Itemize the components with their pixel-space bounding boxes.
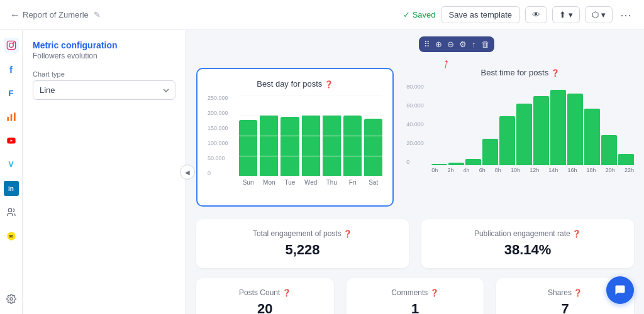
chart-type-label: Chart type xyxy=(33,70,175,78)
bell-bar-18h xyxy=(584,109,600,165)
save-template-button[interactable]: Save as template xyxy=(441,6,520,23)
bell-bar-8h xyxy=(499,116,515,165)
best-day-bars xyxy=(208,95,382,176)
pub-engagement-help-icon[interactable]: ❓ xyxy=(572,230,581,237)
page-title: Report of Zumerle xyxy=(23,10,89,19)
posts-count-value: 20 xyxy=(206,301,324,314)
chevron-down-icon: ▾ xyxy=(569,10,573,19)
svg-point-1 xyxy=(9,43,13,48)
bar-label-wed: Wed xyxy=(302,179,320,186)
svg-rect-0 xyxy=(7,41,15,49)
pub-engagement-value: 38.14% xyxy=(431,242,624,258)
best-time-bell-chart: 80.000 60.000 40.000 20.000 0 0h 2h 4h 6… xyxy=(406,84,634,184)
left-panel: Metric configuration Followers evolution… xyxy=(23,30,186,314)
sidebar-settings[interactable] xyxy=(4,291,19,306)
y-label-100: 100.000 xyxy=(208,140,228,146)
bar-thu xyxy=(323,115,341,176)
sidebar-item-linkedin[interactable]: in xyxy=(4,181,19,196)
best-time-chart-wrapper: Best time for posts ❓ 80.000 60.000 40.0… xyxy=(406,68,634,207)
posts-count-help-icon[interactable]: ❓ xyxy=(282,289,291,296)
topbar-right: ✓ Saved Save as template 👁 ⬆ ▾ ⬡ ▾ ⋯ xyxy=(403,6,634,23)
bell-bar-6h xyxy=(482,139,498,165)
chevron-down-icon2: ▾ xyxy=(601,10,606,19)
bell-y-0: 0 xyxy=(406,159,431,165)
total-engagement-label: Total engagement of posts ❓ xyxy=(206,229,399,238)
best-time-help-icon[interactable]: ❓ xyxy=(551,69,560,77)
svg-rect-3 xyxy=(7,117,9,121)
comments-label: Comments ❓ xyxy=(357,288,474,297)
best-day-bar-chart: 250.000 200.000 150.000 100.000 50.000 0… xyxy=(208,95,382,195)
bell-bar-4h xyxy=(465,159,481,165)
topbar: ← Report of Zumerle ✎ ✓ Saved Save as te… xyxy=(0,0,644,30)
bar-wed xyxy=(302,115,320,176)
export-icon: ⬡ xyxy=(592,10,599,19)
export-button[interactable]: ⬡ ▾ xyxy=(585,6,613,23)
total-engagement-value: 5,228 xyxy=(206,242,399,258)
edit-icon[interactable]: ✎ xyxy=(94,10,101,19)
settings-icon[interactable]: ⚙ xyxy=(459,40,467,49)
bar-sat xyxy=(364,119,382,176)
bell-bar-2h xyxy=(448,163,464,165)
sidebar-item-facebook[interactable]: f xyxy=(4,62,19,77)
bell-bar-14h xyxy=(550,90,566,165)
shares-help-icon[interactable]: ❓ xyxy=(574,289,582,296)
svg-point-2 xyxy=(13,43,14,43)
check-icon: ✓ xyxy=(403,10,410,19)
sidebar-item-instagram[interactable] xyxy=(4,38,19,53)
bell-bar-16h xyxy=(567,94,583,165)
sidebar-item-youtube[interactable] xyxy=(4,133,19,148)
back-button[interactable]: ← Report of Zumerle xyxy=(10,9,89,21)
stats-row-1: Total engagement of posts ❓ 5,228 Public… xyxy=(196,219,634,268)
chart-type-select[interactable]: Line Bar Area Pie xyxy=(33,80,175,100)
y-label-0: 0 xyxy=(208,170,228,176)
collapse-panel-button[interactable]: ◀ xyxy=(180,165,195,180)
shares-value: 7 xyxy=(506,301,624,314)
back-arrow-icon: ← xyxy=(10,9,20,21)
sidebar-item-vimeo[interactable]: V xyxy=(4,157,19,172)
pub-engagement-card: Publication engagement rate ❓ 38.14% xyxy=(421,219,634,268)
zoom-in-icon[interactable]: ⊕ xyxy=(435,40,442,49)
bar-label-sun: Sun xyxy=(239,179,257,186)
zoom-out-icon[interactable]: ⊖ xyxy=(447,40,454,49)
sidebar-item-users[interactable] xyxy=(4,205,19,220)
preview-button[interactable]: 👁 xyxy=(525,6,547,23)
sidebar-item-mailchimp[interactable]: ✉ xyxy=(4,229,19,244)
stats-row-2: Posts Count ❓ 20 Comments ❓ 1 Shares ❓ 7 xyxy=(196,278,634,314)
drag-icon[interactable]: ⠿ xyxy=(424,40,430,49)
bell-bar-12h xyxy=(533,96,549,165)
y-label-150: 150.000 xyxy=(208,125,228,131)
content-area: ⠿ ⊕ ⊖ ⚙ ↑ 🗑 ↑ Best day for posts ❓ xyxy=(186,30,644,314)
comments-card: Comments ❓ 1 xyxy=(347,278,484,314)
saved-badge: ✓ Saved xyxy=(403,10,436,19)
bar-label-thu: Thu xyxy=(323,179,341,186)
upload-button[interactable]: ⬆ ▾ xyxy=(552,6,580,23)
chat-button[interactable] xyxy=(606,276,634,304)
eye-icon: 👁 xyxy=(532,10,540,19)
best-day-bar-labels: SunMonTueWedThuFriSat xyxy=(208,179,382,186)
bar-fri xyxy=(343,116,362,176)
chart-toolbar: ⠿ ⊕ ⊖ ⚙ ↑ 🗑 xyxy=(419,36,494,52)
delete-icon[interactable]: 🗑 xyxy=(481,40,489,49)
svg-point-9 xyxy=(10,298,13,300)
bell-y-60: 60.000 xyxy=(406,102,431,109)
best-day-help-icon[interactable]: ❓ xyxy=(325,80,333,88)
main-layout: f F V in ✉ Metric configuration Follower… xyxy=(0,30,644,314)
pub-engagement-label: Publication engagement rate ❓ xyxy=(431,229,624,238)
bar-label-mon: Mon xyxy=(260,179,278,186)
svg-point-6 xyxy=(8,208,11,212)
more-options-button[interactable]: ⋯ xyxy=(618,8,634,22)
total-engagement-card: Total engagement of posts ❓ 5,228 xyxy=(196,219,409,268)
bar-tue xyxy=(280,117,299,176)
engagement-help-icon[interactable]: ❓ xyxy=(343,230,352,237)
sidebar-item-facebook-page[interactable]: F xyxy=(4,85,19,100)
bell-bar-10h xyxy=(516,104,532,165)
move-up-icon[interactable]: ↑ xyxy=(472,40,476,49)
topbar-left: ← Report of Zumerle ✎ xyxy=(10,9,396,21)
comments-help-icon[interactable]: ❓ xyxy=(430,289,439,296)
y-label-200: 200.000 xyxy=(208,110,228,116)
bell-y-20: 20.000 xyxy=(406,140,431,146)
sidebar-item-analytics[interactable] xyxy=(4,109,19,124)
bell-bars xyxy=(431,84,634,165)
panel-subtitle: Followers evolution xyxy=(33,51,175,60)
y-label-250: 250.000 xyxy=(208,95,228,101)
